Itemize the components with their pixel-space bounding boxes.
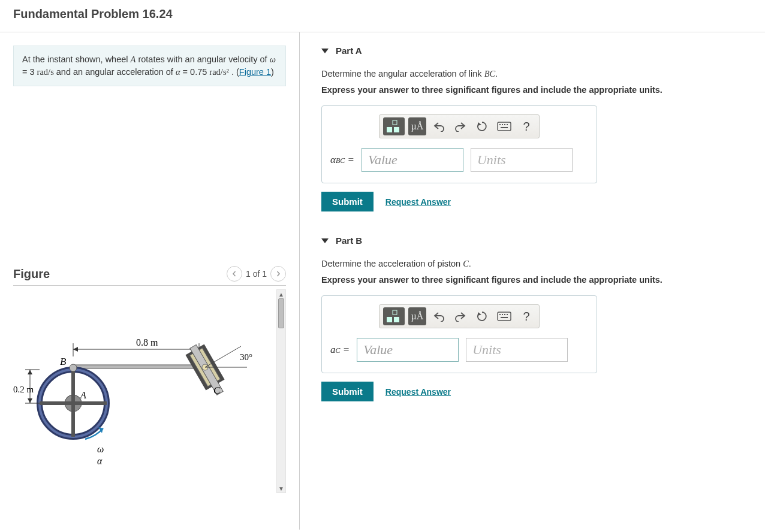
- svg-rect-38: [498, 312, 511, 321]
- part-b-header[interactable]: Part B: [321, 235, 759, 246]
- svg-rect-34: [393, 310, 397, 315]
- keyboard-button[interactable]: [495, 117, 514, 135]
- help-button[interactable]: ?: [517, 117, 535, 135]
- svg-marker-37: [478, 312, 481, 316]
- part-a-submit-button[interactable]: Submit: [321, 192, 374, 211]
- figure-scroll-pane: 0.8 m 0.2 m 30° B A C ω α ▲ ▼: [13, 289, 286, 493]
- part-a-header[interactable]: Part A: [321, 46, 759, 56]
- svg-rect-26: [394, 127, 399, 132]
- part-b-submit-button[interactable]: Submit: [321, 382, 374, 401]
- part-b-request-answer-link[interactable]: Request Answer: [385, 387, 451, 397]
- prompt-var: C: [463, 259, 469, 268]
- label-omega: ω: [97, 444, 104, 454]
- stmt-text: = 0.75: [180, 67, 210, 77]
- svg-marker-1: [73, 347, 78, 352]
- figure-next-button[interactable]: [270, 266, 286, 282]
- figure-label: Figure: [13, 267, 50, 281]
- svg-rect-39: [499, 314, 501, 315]
- svg-rect-28: [498, 122, 511, 131]
- reset-button[interactable]: [473, 117, 491, 135]
- answer-toolbar: µÅ ?: [379, 114, 540, 138]
- page-title: Fundamental Problem 16.24: [0, 0, 765, 32]
- part-b-units-input[interactable]: [466, 338, 568, 362]
- redo-button[interactable]: [451, 117, 469, 135]
- part-b-lhs: aC =: [330, 344, 350, 356]
- stmt-text: At the instant shown, wheel: [22, 55, 131, 64]
- prompt-var: BC: [484, 69, 496, 78]
- svg-rect-32: [507, 124, 508, 125]
- prompt-text: Determine the acceleration of piston: [321, 259, 463, 268]
- label-A: A: [80, 390, 86, 400]
- figure-pager-text: 1 of 1: [246, 269, 267, 279]
- stmt-text: = 3: [22, 67, 37, 77]
- figure-header: Figure 1 of 1: [13, 266, 286, 286]
- scroll-down-icon[interactable]: ▼: [277, 484, 285, 492]
- chevron-right-icon: [275, 271, 281, 277]
- undo-button[interactable]: [430, 117, 448, 135]
- label-B: B: [60, 356, 67, 367]
- undo-icon: [433, 311, 445, 322]
- svg-point-17: [70, 364, 77, 371]
- svg-rect-40: [502, 314, 503, 315]
- answer-toolbar: µÅ ?: [379, 304, 540, 328]
- reset-icon: [476, 310, 488, 322]
- left-column: At the instant shown, wheel A rotates wi…: [0, 32, 300, 530]
- part-a: Part A Determine the angular acceleratio…: [321, 46, 759, 211]
- svg-rect-25: [387, 127, 392, 132]
- svg-rect-29: [499, 124, 501, 125]
- prompt-text: Determine the angular acceleration of li…: [321, 69, 484, 78]
- template-button[interactable]: [383, 307, 405, 325]
- redo-icon: [454, 311, 466, 322]
- stmt-var-alpha: α: [176, 67, 180, 77]
- scroll-thumb[interactable]: [278, 298, 284, 328]
- svg-rect-42: [507, 314, 508, 315]
- stmt-var-omega: ω: [270, 55, 276, 64]
- stmt-text: . (: [229, 67, 239, 77]
- part-a-lhs: αBC =: [330, 154, 354, 166]
- part-a-units-input[interactable]: [471, 148, 573, 172]
- template-button[interactable]: [383, 117, 405, 135]
- stmt-text: and an angular acceleration of: [54, 67, 176, 77]
- label-alpha: α: [97, 456, 103, 466]
- angle-30: 30°: [240, 352, 252, 362]
- units-entry-button[interactable]: µÅ: [408, 117, 426, 135]
- svg-rect-24: [393, 120, 397, 125]
- chevron-down-icon: [321, 238, 329, 243]
- keyboard-button[interactable]: [495, 307, 514, 325]
- part-b-prompt: Determine the acceleration of piston C.: [321, 259, 759, 269]
- part-a-value-input[interactable]: [362, 148, 463, 172]
- part-b-value-input[interactable]: [357, 338, 459, 362]
- prompt-text: .: [469, 259, 471, 268]
- problem-statement: At the instant shown, wheel A rotates wi…: [13, 46, 286, 86]
- keyboard-icon: [497, 122, 511, 131]
- stmt-text: rotates with an angular velocity of: [135, 55, 269, 64]
- svg-rect-35: [387, 317, 392, 322]
- svg-rect-43: [501, 317, 508, 318]
- chevron-down-icon: [321, 49, 329, 53]
- units-entry-button[interactable]: µÅ: [408, 307, 426, 325]
- prompt-text: .: [495, 69, 498, 78]
- keyboard-icon: [497, 312, 511, 321]
- right-column: Part A Determine the angular acceleratio…: [300, 32, 765, 530]
- part-b-title: Part B: [336, 235, 362, 246]
- figure-scrollbar[interactable]: ▲ ▼: [276, 289, 286, 493]
- figure-link[interactable]: Figure 1: [239, 67, 271, 77]
- figure-prev-button[interactable]: [227, 266, 242, 282]
- svg-rect-31: [504, 124, 505, 125]
- svg-marker-27: [478, 122, 481, 126]
- scroll-up-icon[interactable]: ▲: [277, 290, 285, 298]
- figure-canvas: 0.8 m 0.2 m 30° B A C ω α: [13, 289, 276, 493]
- redo-button[interactable]: [451, 307, 469, 325]
- part-b-answer-box: µÅ ?: [321, 295, 597, 373]
- fraction-template-icon: [385, 120, 402, 133]
- reset-button[interactable]: [473, 307, 491, 325]
- undo-button[interactable]: [430, 307, 448, 325]
- undo-icon: [433, 121, 445, 132]
- part-a-request-answer-link[interactable]: Request Answer: [385, 197, 451, 207]
- redo-icon: [454, 121, 466, 132]
- help-button[interactable]: ?: [517, 307, 535, 325]
- part-b: Part B Determine the acceleration of pis…: [321, 235, 759, 401]
- svg-rect-30: [502, 124, 503, 125]
- part-a-title: Part A: [336, 46, 362, 56]
- dim-bc: 0.8 m: [136, 337, 158, 347]
